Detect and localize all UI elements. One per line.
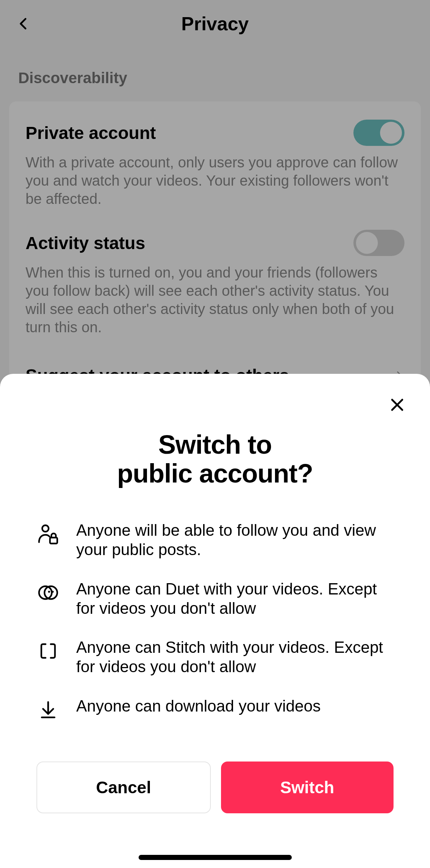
info-item-follow: Anyone will be able to follow you and vi… [36,521,394,559]
info-item-download: Anyone can download your videos [36,697,394,721]
svg-point-4 [48,591,50,593]
close-icon [388,396,406,414]
svg-rect-1 [50,538,57,543]
stitch-icon [36,639,60,663]
switch-account-sheet: Switch to public account? Anyone will be… [0,374,430,868]
switch-button[interactable]: Switch [221,762,394,813]
button-row: Cancel Switch [36,762,394,813]
info-text: Anyone can Duet with your videos. Except… [76,580,394,618]
person-lock-icon [36,522,60,546]
svg-point-0 [42,525,49,532]
download-icon [36,698,60,721]
sheet-title-line2: public account? [117,459,313,488]
info-text: Anyone will be able to follow you and vi… [76,521,394,559]
sheet-title: Switch to public account? [36,430,394,488]
sheet-title-line1: Switch to [158,430,272,459]
info-list: Anyone will be able to follow you and vi… [36,521,394,721]
info-item-duet: Anyone can Duet with your videos. Except… [36,580,394,618]
info-text: Anyone can download your videos [76,697,321,716]
svg-point-5 [52,591,54,593]
info-item-stitch: Anyone can Stitch with your videos. Exce… [36,638,394,677]
close-button[interactable] [386,394,408,416]
info-text: Anyone can Stitch with your videos. Exce… [76,638,394,677]
cancel-button[interactable]: Cancel [36,762,211,813]
duet-icon [36,581,60,604]
home-indicator[interactable] [139,855,292,860]
